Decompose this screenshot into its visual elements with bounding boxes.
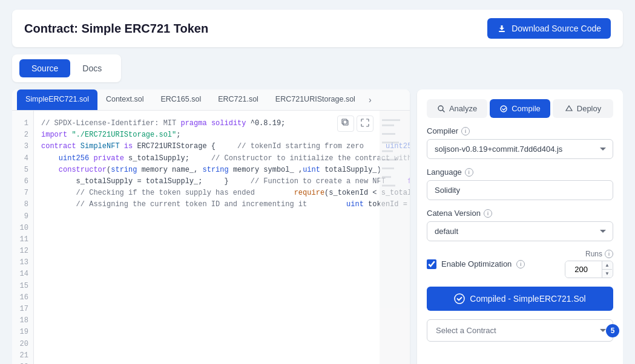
- language-input[interactable]: [427, 180, 613, 200]
- file-tab-erc721[interactable]: ERC721.sol: [209, 89, 267, 110]
- enable-optimization-checkbox[interactable]: [427, 259, 436, 269]
- runs-group: Runs i ▲ ▼: [565, 250, 613, 278]
- code-panel: SimpleERC721.sol Context.sol ERC165.sol …: [12, 89, 410, 364]
- file-tab-context[interactable]: Context.sol: [97, 89, 153, 110]
- compiler-select[interactable]: soljson-v0.8.19+commit.7dd6d404.js: [427, 139, 613, 159]
- svg-rect-4: [382, 125, 394, 126]
- compile-button[interactable]: Compiled - SimpleERC721.Sol: [427, 287, 613, 311]
- compiler-info-icon[interactable]: i: [461, 127, 470, 135]
- compile-tab[interactable]: Compile: [490, 99, 550, 118]
- svg-rect-11: [382, 185, 395, 187]
- svg-rect-5: [382, 133, 395, 135]
- minimap: [380, 111, 410, 364]
- compiled-check-icon: [454, 293, 465, 304]
- select-contract-dropdown[interactable]: Select a Contract: [427, 319, 613, 342]
- enable-optimization-label[interactable]: Enable Optimization i: [427, 259, 525, 269]
- contract-badge: 5: [606, 324, 619, 337]
- code-toolbar: [337, 115, 373, 132]
- page-title: Contract: Simple ERC721 Token: [24, 22, 208, 36]
- svg-rect-10: [382, 176, 391, 178]
- deploy-icon: [565, 105, 573, 113]
- language-label: Language i: [427, 167, 613, 177]
- runs-label: Runs i: [585, 250, 613, 258]
- file-tab-erc721uristorage[interactable]: ERC721URIStorage.sol: [267, 89, 364, 110]
- action-tabs: Analyze Compile Deploy: [427, 99, 613, 118]
- svg-rect-7: [382, 151, 393, 152]
- file-tabs: SimpleERC721.sol Context.sol ERC165.sol …: [12, 89, 410, 111]
- source-tab[interactable]: Source: [19, 59, 70, 77]
- optimization-info-icon[interactable]: i: [516, 260, 525, 268]
- svg-rect-3: [382, 119, 400, 121]
- file-tab-simpleerc721[interactable]: SimpleERC721.sol: [17, 89, 97, 110]
- expand-button[interactable]: [357, 115, 373, 132]
- catena-label: Catena Version i: [427, 209, 613, 218]
- analyze-tab[interactable]: Analyze: [427, 99, 487, 118]
- language-info-icon[interactable]: i: [465, 168, 473, 177]
- svg-point-13: [501, 106, 507, 112]
- analyze-icon: [437, 105, 446, 113]
- runs-up-button[interactable]: ▲: [602, 261, 612, 270]
- file-tab-erc165[interactable]: ERC165.sol: [152, 89, 209, 110]
- download-btn-label: Download Source Code: [512, 24, 601, 33]
- download-button[interactable]: Download Source Code: [487, 18, 611, 39]
- tab-bar: Source Docs: [12, 54, 121, 82]
- select-contract-wrap: Select a Contract 5: [427, 319, 613, 342]
- svg-rect-0: [499, 31, 505, 32]
- catena-info-icon[interactable]: i: [484, 209, 492, 218]
- svg-rect-9: [382, 167, 394, 169]
- runs-info-icon[interactable]: i: [605, 250, 613, 258]
- svg-rect-6: [382, 141, 399, 143]
- download-icon: [497, 24, 507, 33]
- svg-rect-8: [382, 159, 397, 161]
- compiler-label: Compiler i: [427, 126, 613, 135]
- right-panel: Analyze Compile Deploy Compiler i: [417, 89, 623, 364]
- runs-input-wrap: ▲ ▼: [565, 261, 613, 278]
- line-numbers: 123456789101112131415161718192021222324: [12, 111, 34, 364]
- runs-input[interactable]: [565, 261, 602, 278]
- file-tab-more[interactable]: ›: [364, 89, 377, 110]
- svg-rect-1: [343, 120, 348, 125]
- content-area: SimpleERC721.sol Context.sol ERC165.sol …: [12, 89, 623, 364]
- runs-down-button[interactable]: ▼: [602, 270, 612, 278]
- catena-select[interactable]: default: [427, 221, 613, 241]
- header-bar: Contract: Simple ERC721 Token Download S…: [12, 10, 623, 47]
- code-area: 123456789101112131415161718192021222324 …: [12, 111, 410, 364]
- svg-rect-2: [342, 119, 347, 124]
- compile-btn-label: Compiled - SimpleERC721.Sol: [470, 294, 585, 304]
- language-group: Language i: [427, 167, 613, 200]
- compile-icon: [499, 105, 508, 113]
- runs-spinners: ▲ ▼: [602, 261, 612, 278]
- deploy-tab[interactable]: Deploy: [553, 99, 613, 118]
- docs-tab[interactable]: Docs: [70, 59, 114, 77]
- copy-button[interactable]: [337, 115, 354, 132]
- compiler-group: Compiler i soljson-v0.8.19+commit.7dd6d4…: [427, 126, 613, 159]
- svg-point-14: [455, 294, 464, 304]
- main-container: Contract: Simple ERC721 Token Download S…: [0, 0, 635, 364]
- copy-icon: [341, 119, 350, 127]
- expand-icon: [361, 119, 369, 127]
- optimization-row: Enable Optimization i Runs i ▲ ▼: [427, 250, 613, 278]
- code-content[interactable]: // SPDX-License-Identifier: MIT pragma s…: [34, 111, 410, 364]
- catena-group: Catena Version i default: [427, 209, 613, 241]
